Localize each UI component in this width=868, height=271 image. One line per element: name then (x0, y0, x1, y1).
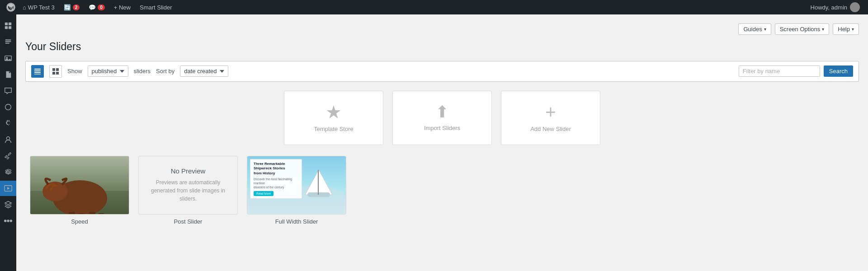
action-cards: ★ Template Store ⬆ Import Sliders + Add … (25, 91, 859, 145)
help-button[interactable]: Help ▾ (833, 23, 859, 35)
toolbar: Show published all draft sliders Sort by… (25, 61, 859, 82)
speed-slider-name: Speed (71, 218, 88, 225)
grid-view-button[interactable] (49, 65, 62, 78)
sidebar-icon-posts[interactable] (0, 34, 16, 50)
fullwidth-slider-thumb: Three RemarkableShipwreck Storiesfrom Hi… (247, 156, 346, 215)
star-icon: ★ (326, 103, 342, 121)
page-title: Your Sliders (25, 40, 859, 54)
sort-label: Sort by (156, 68, 175, 75)
sidebar-icon-users[interactable] (0, 132, 16, 147)
updates-icon: 🔄 (64, 4, 71, 11)
svg-point-8 (6, 137, 9, 140)
add-new-slider-label: Add New Slider (530, 126, 571, 132)
svg-rect-25 (89, 212, 95, 214)
plugin-item[interactable]: Smart Slider (136, 0, 176, 14)
svg-rect-14 (34, 70, 41, 71)
updates-item[interactable]: 🔄 2 (60, 0, 84, 14)
screen-options-button[interactable]: Screen Options ▾ (775, 23, 830, 35)
sidebar (0, 14, 16, 271)
show-select[interactable]: published all draft (88, 65, 128, 77)
wordpress-logo[interactable] (5, 1, 17, 14)
admin-bar: ⌂ WP Test 3 🔄 2 💬 0 + New Smart Slider H… (0, 0, 868, 14)
post-slider-thumb: No Preview Previews are automatically ge… (138, 156, 238, 215)
sidebar-icon-appearance[interactable] (0, 99, 16, 115)
sidebar-icon-dashboard[interactable] (0, 18, 16, 33)
sidebar-icon-learn[interactable] (0, 197, 16, 212)
sidebar-icon-plugins[interactable] (0, 116, 16, 131)
plus-icon: + (545, 103, 556, 121)
sort-select[interactable]: date created name modified (180, 65, 228, 77)
svg-point-11 (4, 220, 6, 222)
comments-icon: 💬 (89, 4, 96, 11)
guides-arrow-icon: ▾ (764, 27, 766, 32)
comments-badge: 0 (98, 5, 105, 10)
svg-rect-2 (9, 23, 11, 25)
svg-rect-18 (56, 68, 59, 71)
filter-area: Search (739, 65, 853, 77)
svg-rect-15 (34, 72, 41, 73)
site-name-item[interactable]: ⌂ WP Test 3 (19, 0, 58, 14)
list-view-button[interactable] (31, 65, 44, 78)
import-sliders-label: Import Sliders (424, 125, 460, 131)
speed-slider-thumb (30, 156, 129, 215)
sidebar-icon-extra[interactable] (0, 213, 16, 229)
sidebar-icon-smartslider[interactable] (0, 181, 16, 196)
template-store-card[interactable]: ★ Template Store (284, 91, 383, 145)
svg-rect-4 (9, 26, 11, 29)
sidebar-icon-media[interactable] (0, 51, 16, 66)
no-preview-desc: Previews are automatically generated fro… (148, 178, 228, 203)
sliders-grid: Speed No Preview Previews are automatica… (25, 156, 859, 225)
post-slider-name: Post Slider (174, 218, 203, 225)
add-new-slider-card[interactable]: + Add New Slider (501, 91, 600, 145)
svg-point-7 (5, 104, 11, 110)
svg-rect-29 (318, 170, 319, 195)
guides-button[interactable]: Guides ▾ (738, 23, 771, 35)
svg-rect-24 (78, 213, 84, 214)
svg-point-12 (10, 220, 12, 222)
comments-item[interactable]: 💬 0 (85, 0, 108, 14)
svg-rect-3 (5, 26, 8, 29)
updates-badge: 2 (73, 5, 80, 10)
svg-point-10 (7, 220, 9, 222)
filter-input[interactable] (739, 65, 820, 77)
template-store-label: Template Store (314, 126, 353, 132)
search-button[interactable]: Search (824, 65, 853, 77)
upload-icon: ⬆ (435, 104, 449, 120)
new-item[interactable]: + New (110, 0, 134, 14)
top-bar: Guides ▾ Screen Options ▾ Help ▾ (25, 23, 859, 35)
svg-rect-13 (34, 69, 41, 70)
howdy-menu[interactable]: Howdy, admin (807, 2, 863, 12)
sidebar-icon-settings[interactable] (0, 164, 16, 180)
svg-rect-26 (98, 213, 104, 214)
avatar (850, 2, 860, 12)
svg-rect-23 (69, 212, 75, 214)
import-sliders-card[interactable]: ⬆ Import Sliders (392, 91, 492, 145)
sidebar-icon-pages[interactable] (0, 67, 16, 82)
post-slider-card[interactable]: No Preview Previews are automatically ge… (138, 156, 238, 225)
svg-rect-20 (56, 72, 59, 75)
fullwidth-slider-name: Full Width Slider (275, 218, 318, 225)
svg-rect-16 (34, 74, 41, 75)
sidebar-icon-comments[interactable] (0, 83, 16, 98)
svg-rect-17 (52, 68, 55, 71)
sidebar-icon-tools[interactable] (0, 148, 16, 164)
main-content: Guides ▾ Screen Options ▾ Help ▾ Your Sl… (16, 14, 868, 271)
speed-slider-card[interactable]: Speed (30, 156, 129, 225)
svg-rect-1 (5, 23, 8, 25)
fullwidth-slider-card[interactable]: Three RemarkableShipwreck Storiesfrom Hi… (247, 156, 346, 225)
home-icon: ⌂ (23, 4, 26, 11)
screen-options-arrow-icon: ▾ (822, 27, 824, 32)
help-arrow-icon: ▾ (852, 27, 854, 32)
sliders-text: sliders (134, 68, 151, 75)
show-label: Show (67, 68, 82, 75)
no-preview-title: No Preview (171, 167, 206, 175)
svg-rect-19 (52, 72, 55, 75)
